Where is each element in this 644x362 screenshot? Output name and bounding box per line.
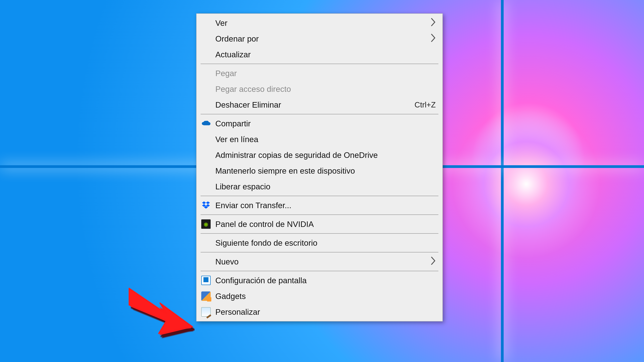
- menu-item-ordenar-por[interactable]: Ordenar por: [196, 31, 442, 46]
- menu-item-label: Compartir: [215, 119, 436, 128]
- menu-item-enviar-con-transfer[interactable]: Enviar con Transfer...: [196, 197, 442, 213]
- menu-item-label: Enviar con Transfer...: [215, 201, 436, 210]
- menu-item-compartir[interactable]: Compartir: [196, 116, 442, 131]
- menu-item-nuevo[interactable]: Nuevo: [196, 254, 442, 270]
- menu-item-label: Ver en línea: [215, 135, 436, 144]
- menu-item-gadgets[interactable]: Gadgets: [196, 288, 442, 304]
- gadgets-icon: [201, 292, 211, 301]
- menu-item-label: Mantenerlo siempre en este dispositivo: [215, 166, 436, 175]
- menu-item-label: Siguiente fondo de escritorio: [215, 238, 436, 248]
- menu-item-configuracion-pantalla[interactable]: Configuración de pantalla: [196, 273, 442, 288]
- menu-item-pegar-acceso-directo: Pegar acceso directo: [196, 81, 442, 97]
- wallpaper-glow: [451, 109, 602, 259]
- desktop-context-menu: Ver Ordenar por Actualizar Pegar Pegar a…: [196, 13, 443, 322]
- dropbox-icon: [201, 201, 211, 210]
- menu-item-personalizar[interactable]: Personalizar: [196, 304, 442, 320]
- menu-item-deshacer-eliminar[interactable]: Deshacer Eliminar Ctrl+Z: [196, 97, 442, 113]
- menu-item-pegar: Pegar: [196, 65, 442, 81]
- nvidia-icon: ◉: [201, 219, 211, 229]
- onedrive-icon: [201, 119, 211, 128]
- menu-item-administrar-copias-onedrive[interactable]: Administrar copias de seguridad de OneDr…: [196, 147, 442, 163]
- menu-separator: [200, 271, 438, 271]
- menu-item-label: Pegar acceso directo: [215, 84, 436, 94]
- wallpaper-cross-vertical: [501, 0, 504, 362]
- menu-item-label: Actualizar: [215, 50, 436, 59]
- menu-item-liberar-espacio[interactable]: Liberar espacio: [196, 179, 442, 194]
- menu-item-actualizar[interactable]: Actualizar: [196, 46, 442, 62]
- menu-item-mantenerlo-dispositivo[interactable]: Mantenerlo siempre en este dispositivo: [196, 163, 442, 179]
- menu-item-label: Ver: [215, 18, 431, 28]
- menu-separator: [200, 233, 438, 234]
- menu-item-label: Gadgets: [215, 292, 436, 301]
- chevron-right-icon: [431, 34, 436, 44]
- menu-separator: [200, 196, 438, 196]
- menu-separator: [200, 64, 438, 64]
- menu-item-ver[interactable]: Ver: [196, 15, 442, 31]
- menu-separator: [200, 215, 438, 215]
- menu-item-siguiente-fondo[interactable]: Siguiente fondo de escritorio: [196, 235, 442, 251]
- menu-item-label: Deshacer Eliminar: [215, 100, 408, 109]
- menu-item-label: Personalizar: [215, 307, 436, 317]
- chevron-right-icon: [431, 18, 436, 28]
- menu-item-label: Ordenar por: [215, 34, 431, 43]
- menu-separator: [200, 114, 438, 114]
- menu-item-shortcut: Ctrl+Z: [414, 100, 436, 109]
- menu-item-label: Panel de control de NVIDIA: [215, 220, 436, 229]
- menu-item-ver-en-linea[interactable]: Ver en línea: [196, 131, 442, 147]
- menu-item-label: Nuevo: [215, 257, 431, 266]
- display-settings-icon: [201, 276, 211, 285]
- menu-item-nvidia-panel[interactable]: ◉ Panel de control de NVIDIA: [196, 216, 442, 232]
- menu-item-label: Configuración de pantalla: [215, 276, 436, 285]
- menu-item-label: Administrar copias de seguridad de OneDr…: [215, 150, 436, 160]
- menu-item-label: Pegar: [215, 69, 436, 78]
- menu-item-label: Liberar espacio: [215, 182, 436, 191]
- menu-separator: [200, 252, 438, 252]
- chevron-right-icon: [431, 257, 436, 267]
- personalize-icon: [201, 307, 211, 317]
